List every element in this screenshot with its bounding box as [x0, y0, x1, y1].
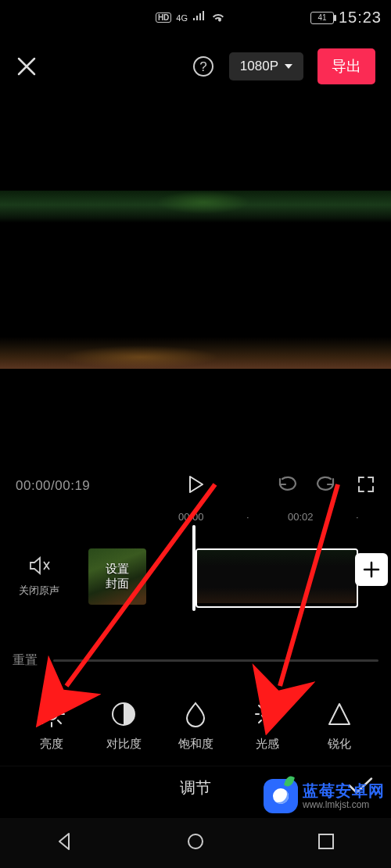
resolution-label: 1080P — [240, 59, 278, 74]
cover-thumb: 设置 封面 — [88, 548, 146, 605]
status-left: HD 4G — [70, 9, 310, 26]
play-button[interactable] — [185, 474, 206, 498]
time-display: 00:00/00:19 — [16, 478, 90, 494]
wifi-icon — [211, 9, 225, 26]
timeline-ruler: 00:00 · 00:02 · — [0, 511, 391, 527]
light-sense-icon — [253, 699, 282, 729]
reset-button[interactable]: 重置 — [13, 652, 38, 669]
hd-badge: HD — [156, 13, 171, 23]
panel-title: 调节 — [180, 777, 211, 798]
clip-track[interactable] — [196, 548, 358, 608]
svg-point-2 — [46, 709, 57, 720]
tool-sharpen[interactable]: 锐化 — [303, 699, 375, 752]
contrast-icon — [109, 699, 138, 729]
top-toolbar: ? 1080P 导出 — [0, 35, 391, 98]
tool-brightness[interactable]: 亮度 — [16, 699, 88, 752]
clip-frame — [250, 550, 303, 603]
status-right: 41 15:23 — [310, 9, 382, 27]
watermark: 蓝莓安卓网 www.lmkjst.com — [264, 779, 385, 813]
adjust-panel: 重置 亮度 对比度 饱和度 光感 — [0, 645, 391, 752]
watermark-icon — [264, 779, 298, 813]
playhead[interactable] — [192, 525, 196, 611]
nav-back-button[interactable] — [55, 831, 75, 855]
sharpen-icon — [325, 699, 354, 729]
svg-text:?: ? — [199, 59, 206, 74]
set-cover-button[interactable]: 设置 封面 — [78, 548, 156, 605]
network-4g: 4G — [176, 13, 188, 23]
timeline[interactable]: 00:00 · 00:02 · 关闭原声 设置 封面 — [0, 508, 391, 617]
brightness-icon — [37, 699, 66, 729]
clock: 15:23 — [339, 9, 382, 27]
resolution-select[interactable]: 1080P — [229, 52, 303, 80]
svg-rect-6 — [319, 834, 333, 848]
nav-home-button[interactable] — [185, 831, 206, 855]
svg-point-4 — [262, 709, 273, 720]
fullscreen-button[interactable] — [357, 475, 375, 498]
signal-icon — [192, 9, 206, 26]
ruler-tick: 00:00 — [178, 511, 204, 523]
tool-light[interactable]: 光感 — [231, 699, 303, 752]
mute-original-button[interactable]: 关闭原声 — [0, 555, 78, 598]
chevron-down-icon — [285, 64, 292, 69]
nav-recent-button[interactable] — [316, 831, 336, 855]
tool-contrast[interactable]: 对比度 — [88, 699, 160, 752]
clip-frame — [303, 550, 357, 603]
saturation-icon — [181, 699, 210, 729]
android-nav-bar — [0, 818, 391, 868]
add-clip-button[interactable] — [355, 553, 388, 586]
status-bar: HD 4G 41 15:23 — [0, 0, 391, 35]
undo-button[interactable] — [275, 475, 297, 498]
speaker-muted-icon — [0, 555, 78, 579]
redo-button[interactable] — [316, 475, 338, 498]
svg-point-5 — [188, 834, 203, 848]
adjust-slider[interactable] — [53, 659, 378, 662]
ruler-tick: 00:02 — [288, 511, 314, 523]
battery-icon: 41 — [310, 12, 334, 24]
help-button[interactable]: ? — [192, 55, 215, 78]
close-button[interactable] — [16, 55, 38, 77]
clip-frame — [197, 550, 250, 603]
playback-controls: 00:00/00:19 — [0, 470, 391, 502]
export-button[interactable]: 导出 — [317, 48, 375, 84]
tool-saturation[interactable]: 饱和度 — [160, 699, 231, 752]
video-preview[interactable] — [0, 191, 391, 369]
